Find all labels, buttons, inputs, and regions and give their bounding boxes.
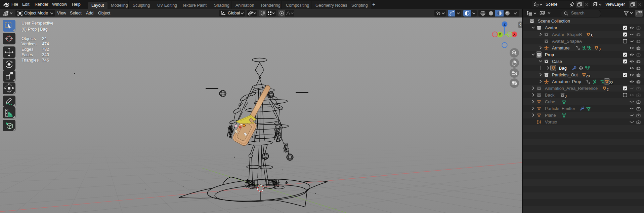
svg-text:Y: Y	[499, 33, 501, 37]
svg-text:Z: Z	[504, 23, 506, 26]
svg-text:X: X	[513, 33, 516, 36]
